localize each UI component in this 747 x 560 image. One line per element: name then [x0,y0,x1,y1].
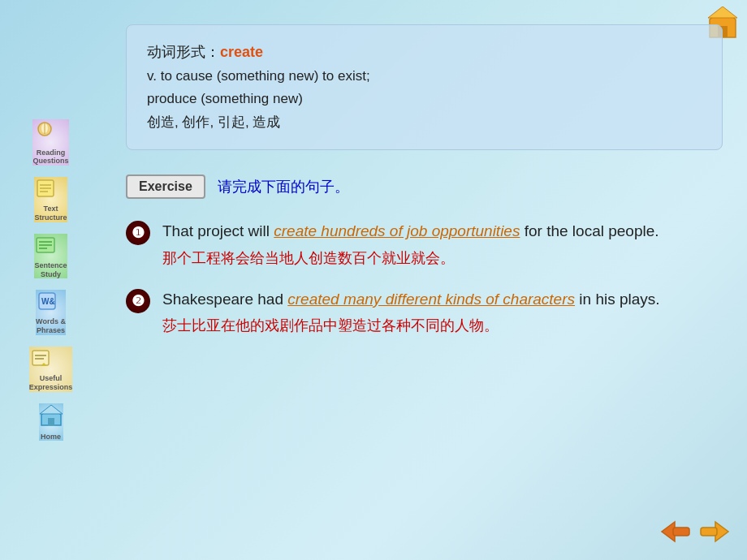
sidebar-label-words: Words &Phrases [36,317,66,335]
sentence-number-2: ❷ [126,289,150,313]
sentence-block-1: ❶ That project will create hundreds of j… [126,219,723,269]
s1-before: That project will [162,222,274,239]
sentence-content-2: Shakespeare had created many different k… [162,287,723,337]
sidebar-label-useful: UsefulExpressions [29,374,73,392]
nav-forward-button[interactable] [698,517,731,545]
svg-rect-16 [32,351,49,365]
svg-marker-22 [40,405,63,414]
definition-box: 动词形式：create v. to cause (something new) … [126,24,723,150]
sentence-block-2: ❷ Shakespeare had created many different… [126,287,723,337]
sentence-number-1: ❶ [126,221,150,245]
sentence-2-en: Shakespeare had created many different k… [162,287,723,312]
s1-answer: create hundreds of job opportunities [274,222,520,239]
english-def-1: v. to cause (something new) to exist; [147,65,702,88]
sentence-1-en: That project will create hundreds of job… [162,219,723,243]
sidebar-label-text: TextStructure [34,205,67,222]
english-def-2: produce (something new) [147,88,702,111]
s2-answer: created many different kinds of characte… [287,291,575,308]
svg-text:W&: W& [41,297,55,306]
sidebar-label-home: Home [39,433,63,442]
s2-after: in his plays. [575,291,660,308]
word-form-label: 动词形式： [147,44,220,60]
chinese-def: 创造, 创作, 引起, 造成 [147,111,702,135]
sidebar-item-useful-expressions[interactable]: UsefulExpressions [29,347,73,392]
sidebar-item-sentence-study[interactable]: SentenceStudy [34,234,67,279]
svg-rect-26 [701,528,717,536]
exercise-instruction: 请完成下面的句子。 [218,177,349,196]
exercise-button[interactable]: Exercise [126,174,205,199]
main-content: 动词形式：create v. to cause (something new) … [101,0,747,560]
sidebar: ReadingQuestions TextStructure SentenceS… [0,0,101,560]
sidebar-item-text-structure[interactable]: TextStructure [34,177,67,222]
nav-arrows [659,517,731,545]
sidebar-item-home[interactable]: Home [39,403,63,442]
sidebar-label-reading: ReadingQuestions [32,149,68,166]
s2-before: Shakespeare had [162,291,287,308]
create-word: create [220,44,263,60]
svg-rect-24 [673,528,689,536]
nav-back-button[interactable] [659,517,692,545]
exercise-header: Exercise 请完成下面的句子。 [126,174,723,199]
sentence-2-cn: 莎士比亚在他的戏剧作品中塑造过各种不同的人物。 [162,315,723,337]
sidebar-label-sentence: SentenceStudy [34,261,67,279]
sentence-content-1: That project will create hundreds of job… [162,219,723,269]
sidebar-item-reading-questions[interactable]: ReadingQuestions [32,119,68,166]
sentence-1-cn: 那个工程将会给当地人创造数百个就业就会。 [162,248,723,269]
s1-after: for the local people. [520,222,658,239]
svg-rect-21 [48,418,54,425]
sidebar-item-words-phrases[interactable]: W& Words &Phrases [36,290,66,335]
